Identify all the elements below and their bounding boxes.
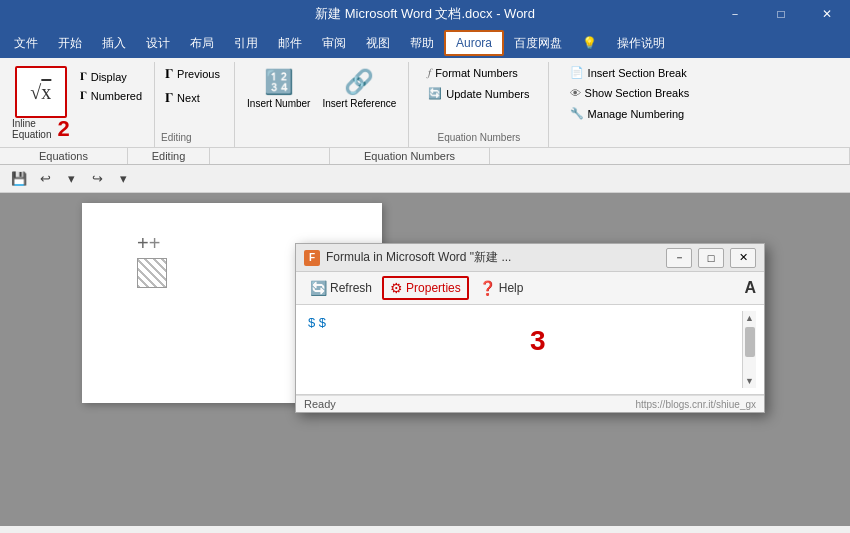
redo-quick-button[interactable]: ↪ <box>86 168 108 190</box>
hatched-square <box>137 258 167 288</box>
ribbon-group-labels: Equations Editing Equation Numbers <box>0 148 850 165</box>
menu-lightbulb[interactable]: 💡 <box>572 30 607 56</box>
dialog-maximize-button[interactable]: □ <box>698 248 724 268</box>
show-section-breaks-button[interactable]: 👁 Show Section Breaks <box>566 85 694 101</box>
editing-group-label: Editing <box>161 130 192 145</box>
dialog-app-icon: F <box>304 250 320 266</box>
numbered-button[interactable]: 𝚪 Numbered <box>76 87 146 104</box>
ribbon-group-eq-numbers: 𝑓 Format Numbers 🔄 Update Numbers Equati… <box>409 62 549 147</box>
menu-file[interactable]: 文件 <box>4 30 48 56</box>
manage-numbering-button[interactable]: 🔧 Manage Numbering <box>566 105 689 122</box>
quick-access-bar: 💾 ↩ ▾ ↪ ▾ <box>0 165 850 193</box>
dialog-url-text: https://blogs.cnr.it/shiue_gx <box>635 399 756 410</box>
dialog-title-text: Formula in Microsoft Word "新建 ... <box>326 249 660 266</box>
step-number-3-badge: 3 <box>530 325 546 357</box>
formula-dialog: F Formula in Microsoft Word "新建 ... － □ … <box>295 243 765 413</box>
font-a-button[interactable]: A <box>744 279 756 297</box>
label-eq-numbers: Equation Numbers <box>330 148 490 164</box>
menu-references[interactable]: 引用 <box>224 30 268 56</box>
dialog-status-bar: Ready https://blogs.cnr.it/shiue_gx <box>296 395 764 412</box>
menu-insert[interactable]: 插入 <box>92 30 136 56</box>
update-numbers-button[interactable]: 🔄 Update Numbers <box>424 85 533 102</box>
ribbon: √x InlineEquation 2 𝚪 Display 𝚪 Numbered… <box>0 58 850 148</box>
display-button[interactable]: 𝚪 Display <box>76 68 146 85</box>
dialog-minimize-button[interactable]: － <box>666 248 692 268</box>
ribbon-group-editing: 𝚪 Previous 𝚪 Next Editing <box>155 62 235 147</box>
window-controls: － □ ✕ <box>712 0 850 28</box>
menu-bar: 文件 开始 插入 设计 布局 引用 邮件 审阅 视图 帮助 Aurora 百度网… <box>0 28 850 58</box>
scroll-down-button[interactable]: ▼ <box>743 374 757 388</box>
ribbon-group-insert: 🔢 Insert Number 🔗 Insert Reference <box>235 62 409 147</box>
menu-view[interactable]: 视图 <box>356 30 400 56</box>
dialog-toolbar: 🔄 Refresh ⚙ Properties ❓ Help A <box>296 272 764 305</box>
menu-layout[interactable]: 布局 <box>180 30 224 56</box>
eq-numbers-group-label: Equation Numbers <box>437 130 520 145</box>
properties-button[interactable]: ⚙ Properties <box>382 276 469 300</box>
minimize-button[interactable]: － <box>712 0 758 28</box>
menu-home[interactable]: 开始 <box>48 30 92 56</box>
insert-number-button[interactable]: 🔢 Insert Number <box>241 64 316 114</box>
document-area: + F Formula in Microsoft Word "新建 ... － … <box>0 193 850 526</box>
dialog-title-bar: F Formula in Microsoft Word "新建 ... － □ … <box>296 244 764 272</box>
insert-section-break-button[interactable]: 📄 Insert Section Break <box>566 64 691 81</box>
undo-dropdown[interactable]: ▾ <box>60 168 82 190</box>
help-icon: ❓ <box>479 280 496 296</box>
next-button[interactable]: 𝚪 Next <box>161 88 204 108</box>
crosshair-marker: + <box>137 233 160 253</box>
menu-mailings[interactable]: 邮件 <box>268 30 312 56</box>
refresh-icon: 🔄 <box>310 280 327 296</box>
label-equations: Equations <box>0 148 128 164</box>
menu-baidu[interactable]: 百度网盘 <box>504 30 572 56</box>
insert-reference-button[interactable]: 🔗 Insert Reference <box>316 64 402 114</box>
scrollbar: ▲ ▼ <box>742 311 756 388</box>
inline-equation-button[interactable]: √x <box>15 66 67 118</box>
scroll-up-button[interactable]: ▲ <box>743 311 757 325</box>
format-numbers-button[interactable]: 𝑓 Format Numbers <box>424 64 522 81</box>
help-button[interactable]: ❓ Help <box>473 278 530 298</box>
inline-equation-label: InlineEquation <box>12 118 51 140</box>
equation-number-badge: 2 <box>57 118 69 140</box>
scroll-thumb[interactable] <box>745 327 755 357</box>
maximize-button[interactable]: □ <box>758 0 804 28</box>
status-text: Ready <box>304 398 336 410</box>
properties-icon: ⚙ <box>390 280 403 296</box>
formula-content-text: $ $ <box>308 315 326 330</box>
ribbon-group-section: 📄 Insert Section Break 👁 Show Section Br… <box>549 62 709 147</box>
menu-review[interactable]: 审阅 <box>312 30 356 56</box>
label-empty <box>210 148 330 164</box>
menu-help[interactable]: 帮助 <box>400 30 444 56</box>
label-editing: Editing <box>128 148 210 164</box>
refresh-button[interactable]: 🔄 Refresh <box>304 278 378 298</box>
menu-aurora[interactable]: Aurora <box>444 30 504 56</box>
undo-quick-button[interactable]: ↩ <box>34 168 56 190</box>
redo-dropdown[interactable]: ▾ <box>112 168 134 190</box>
ribbon-group-equations: √x InlineEquation 2 𝚪 Display 𝚪 Numbered… <box>4 62 155 147</box>
dialog-content-area: $ $ 3 ▲ ▼ <box>296 305 764 395</box>
close-button[interactable]: ✕ <box>804 0 850 28</box>
menu-help-text[interactable]: 操作说明 <box>607 30 675 56</box>
previous-button[interactable]: 𝚪 Previous <box>161 64 224 84</box>
menu-design[interactable]: 设计 <box>136 30 180 56</box>
title-bar: 新建 Microsoft Word 文档.docx - Word － □ ✕ <box>0 0 850 28</box>
label-empty2 <box>490 148 850 164</box>
dialog-close-button[interactable]: ✕ <box>730 248 756 268</box>
save-quick-button[interactable]: 💾 <box>8 168 30 190</box>
